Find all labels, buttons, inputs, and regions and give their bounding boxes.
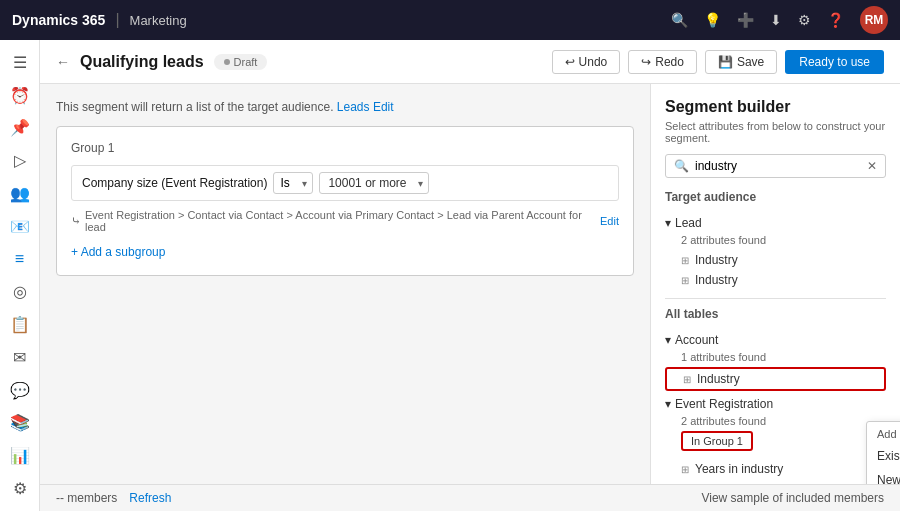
lead-group-header[interactable]: ▾ Lead <box>665 216 886 230</box>
sidebar-item-analytics[interactable]: 📊 <box>2 441 38 470</box>
sidebar-item-chat[interactable]: 💬 <box>2 376 38 405</box>
path-text: Event Registration > Contact via Contact… <box>85 209 596 233</box>
account-group-header[interactable]: ▾ Account <box>665 333 886 347</box>
years-in-industry-item[interactable]: ⊞ Years in industry <box>665 459 886 479</box>
view-sample-label[interactable]: View sample of included members <box>701 491 884 505</box>
undo-button[interactable]: ↩ Undo <box>552 50 621 74</box>
condition-row: Company size (Event Registration) Is 100… <box>71 165 619 201</box>
info-bar: This segment will return a list of the t… <box>56 100 634 114</box>
save-icon: 💾 <box>718 55 733 69</box>
bottom-bar: -- members Refresh View sample of includ… <box>40 484 900 511</box>
search-box: 🔍 ✕ <box>665 154 886 178</box>
ready-button[interactable]: Ready to use <box>785 50 884 74</box>
add-subgroup-button[interactable]: + Add a subgroup <box>71 243 165 261</box>
module-label: Marketing <box>130 13 187 28</box>
lead-industry-2[interactable]: ⊞ Industry <box>665 270 886 290</box>
status-dot <box>224 59 230 65</box>
existing-group-label: Existing group <box>877 449 900 463</box>
sidebar-item-list[interactable]: ≡ <box>2 245 38 274</box>
avatar[interactable]: RM <box>860 6 888 34</box>
condition-field: Company size (Event Registration) <box>82 176 267 190</box>
redo-label: Redo <box>655 55 684 69</box>
popup-header: Add item to <box>867 422 900 444</box>
members-label: -- members <box>56 491 117 505</box>
sidebar-item-email[interactable]: 📧 <box>2 212 38 241</box>
entity-link[interactable]: Leads <box>337 100 370 114</box>
event-chevron-icon: ▾ <box>665 397 671 411</box>
sidebar-item-contacts[interactable]: 👥 <box>2 179 38 208</box>
lightbulb-icon[interactable]: 💡 <box>704 12 721 28</box>
sidebar-item-settings[interactable]: ⚙ <box>2 474 38 503</box>
lead-industry-1[interactable]: ⊞ Industry <box>665 250 886 270</box>
sidebar-item-menu[interactable]: ☰ <box>2 48 38 77</box>
event-group-label: Event Registration <box>675 397 773 411</box>
brand-label: Dynamics 365 <box>12 12 105 28</box>
lead-chevron-icon: ▾ <box>665 216 671 230</box>
filter-icon[interactable]: ⬇ <box>770 12 782 28</box>
account-group-count: 1 attributes found <box>681 351 886 363</box>
sidebar-item-pinned[interactable]: 📌 <box>2 114 38 143</box>
event-group-header[interactable]: ▾ Event Registration <box>665 397 886 411</box>
settings-nav-icon[interactable]: ⚙ <box>798 12 811 28</box>
attr-grid-icon-4: ⊞ <box>681 464 689 475</box>
right-panel: Segment builder Select attributes from b… <box>650 84 900 484</box>
sidebar-item-segments[interactable]: 📋 <box>2 310 38 339</box>
path-edit-link[interactable]: Edit <box>600 215 619 227</box>
popup-container: In Group 1 Add item to Existing group › … <box>665 431 886 455</box>
attr-grid-icon-1: ⊞ <box>681 255 689 266</box>
new-subgroup-item[interactable]: New subgroup › <box>867 468 900 484</box>
condition-value: 10001 or more <box>319 172 429 194</box>
attr-grid-icon-2: ⊞ <box>681 275 689 286</box>
condition-value-wrap[interactable]: 10001 or more <box>319 172 429 194</box>
condition-op-wrap[interactable]: Is <box>273 172 313 194</box>
sidebar-item-play[interactable]: ▷ <box>2 146 38 175</box>
refresh-link[interactable]: Refresh <box>129 491 171 505</box>
search-input[interactable] <box>695 159 861 173</box>
sidebar-item-target[interactable]: ◎ <box>2 277 38 306</box>
status-badge: Draft <box>214 54 268 70</box>
segment-group: Group 1 Company size (Event Registration… <box>56 126 634 276</box>
back-button[interactable]: ← <box>56 54 70 70</box>
add-item-popup: Add item to Existing group › New subgrou… <box>866 421 900 484</box>
in-group-badge[interactable]: In Group 1 <box>681 431 753 451</box>
existing-group-item[interactable]: Existing group › <box>867 444 900 468</box>
save-button[interactable]: 💾 Save <box>705 50 777 74</box>
clear-search-icon[interactable]: ✕ <box>867 159 877 173</box>
account-industry-item[interactable]: ⊞ Industry <box>665 367 886 391</box>
account-chevron-icon: ▾ <box>665 333 671 347</box>
lead-industry-label-1: Industry <box>695 253 738 267</box>
sidebar-item-messages[interactable]: ✉ <box>2 343 38 372</box>
redo-icon: ↪ <box>641 55 651 69</box>
undo-label: Undo <box>579 55 608 69</box>
nav-divider: | <box>115 11 119 29</box>
top-nav: Dynamics 365 | Marketing 🔍 💡 ➕ ⬇ ⚙ ❓ RM <box>0 0 900 40</box>
new-subgroup-label: New subgroup <box>877 473 900 484</box>
lead-group-count: 2 attributes found <box>681 234 886 246</box>
years-in-industry-label: Years in industry <box>695 462 783 476</box>
nav-icons: 🔍 💡 ➕ ⬇ ⚙ ❓ RM <box>671 6 888 34</box>
panel-title: Segment builder <box>665 98 886 116</box>
page-title: Qualifying leads <box>80 53 204 71</box>
save-label: Save <box>737 55 764 69</box>
app-layout: ☰ ⏰ 📌 ▷ 👥 📧 ≡ ◎ 📋 ✉ 💬 📚 📊 ⚙ ← Qualifying… <box>0 40 900 511</box>
divider-1 <box>665 298 886 299</box>
help-icon[interactable]: ❓ <box>827 12 844 28</box>
lead-industry-label-2: Industry <box>695 273 738 287</box>
sidebar-item-library[interactable]: 📚 <box>2 409 38 438</box>
undo-icon: ↩ <box>565 55 575 69</box>
sidebar-item-recent[interactable]: ⏰ <box>2 81 38 110</box>
canvas: This segment will return a list of the t… <box>40 84 650 484</box>
redo-button[interactable]: ↪ Redo <box>628 50 697 74</box>
lead-group-label: Lead <box>675 216 702 230</box>
path-info: ⤷ Event Registration > Contact via Conta… <box>71 209 619 233</box>
edit-entity-link[interactable]: Edit <box>373 100 394 114</box>
add-nav-icon[interactable]: ➕ <box>737 12 754 28</box>
header-actions: ↩ Undo ↪ Redo 💾 Save Ready to use <box>552 50 884 74</box>
account-industry-label: Industry <box>697 372 740 386</box>
search-icon: 🔍 <box>674 159 689 173</box>
group-label: Group 1 <box>71 141 619 155</box>
search-nav-icon[interactable]: 🔍 <box>671 12 688 28</box>
info-text: This segment will return a list of the t… <box>56 100 333 114</box>
account-group-label: Account <box>675 333 718 347</box>
condition-op-select[interactable]: Is <box>273 172 313 194</box>
